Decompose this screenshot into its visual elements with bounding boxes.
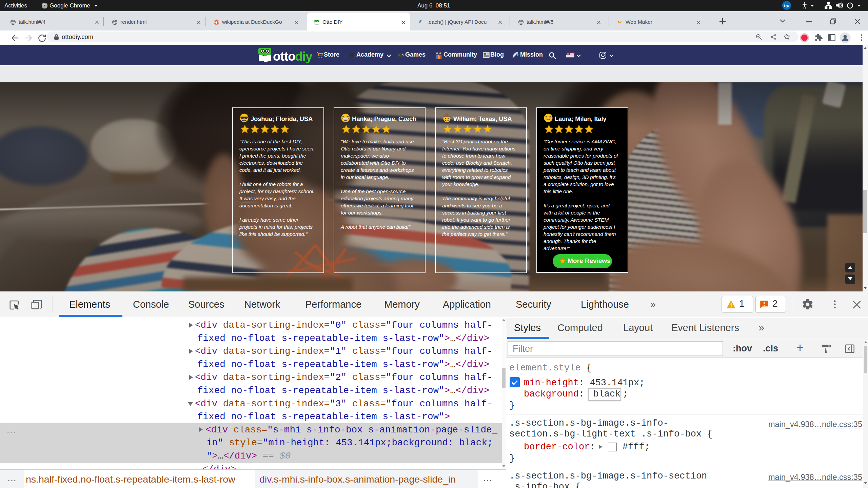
- svg-text:hp: hp: [784, 3, 789, 8]
